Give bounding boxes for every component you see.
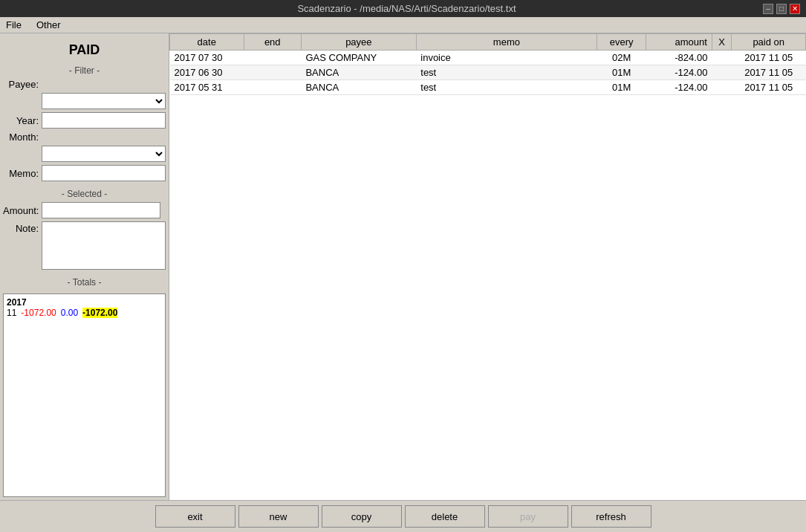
delete-button[interactable]: delete: [405, 505, 485, 528]
totals-balance: -1072.00: [82, 308, 117, 318]
selected-label: - Selected -: [3, 189, 166, 199]
title-bar: Scadenzario - /media/NAS/Arti/Scadenzari…: [0, 0, 806, 17]
filter-label: - Filter -: [3, 65, 166, 76]
refresh-button[interactable]: refresh: [571, 505, 651, 528]
exit-button[interactable]: exit: [155, 505, 235, 528]
cell-end: [244, 80, 301, 95]
col-header-every[interactable]: every: [597, 34, 646, 51]
cell-payee: BANCA: [301, 65, 416, 80]
cell-amount: -124.00: [646, 80, 712, 95]
memo-row: Memo:: [3, 165, 166, 181]
col-header-date[interactable]: date: [170, 34, 244, 51]
table-row[interactable]: 2017 07 30 GAS COMPANY invoice 02M -824.…: [170, 51, 806, 65]
month-input-row: [3, 146, 166, 162]
data-table: date end payee memo every amount X paid …: [169, 33, 806, 95]
cell-x: [712, 51, 732, 65]
payee-row: Payee:: [3, 79, 166, 90]
col-header-x[interactable]: X: [712, 34, 732, 51]
table-container[interactable]: date end payee memo every amount X paid …: [169, 33, 806, 500]
table-row[interactable]: 2017 06 30 BANCA test 01M -124.00 2017 1…: [170, 65, 806, 80]
bottom-bar: exit new copy delete pay refresh: [0, 500, 806, 532]
totals-year: 2017: [7, 297, 162, 308]
payee-label: Payee:: [3, 79, 39, 90]
cell-memo: test: [416, 65, 597, 80]
col-header-amount[interactable]: amount: [646, 34, 712, 51]
totals-section: 2017 11 -1072.00 0.00 -1072.00: [3, 293, 166, 497]
cell-end: [244, 65, 301, 80]
main-content: PAID - Filter - Payee: Year: Month: Memo…: [0, 33, 806, 500]
cell-every: 02M: [597, 51, 646, 65]
cell-x: [712, 65, 732, 80]
cell-memo: test: [416, 80, 597, 95]
amount-input[interactable]: 1500.00: [42, 202, 160, 218]
cell-amount: -824.00: [646, 51, 712, 65]
year-row: Year:: [3, 112, 166, 129]
close-button[interactable]: ✕: [790, 4, 800, 14]
cell-payee: BANCA: [301, 80, 416, 95]
totals-credit: 0.00: [61, 308, 78, 318]
memo-label: Memo:: [3, 168, 39, 179]
menu-file[interactable]: File: [3, 19, 25, 31]
year-label: Year:: [3, 115, 39, 126]
totals-month: 11: [7, 308, 16, 318]
window-title: Scadenzario - /media/NAS/Arti/Scadenzari…: [51, 3, 763, 14]
memo-input[interactable]: [42, 165, 166, 181]
cell-paid: 2017 11 05: [732, 51, 806, 65]
cell-memo: invoice: [416, 51, 597, 65]
col-header-end[interactable]: end: [244, 34, 301, 51]
cell-end: [244, 51, 301, 65]
pay-button[interactable]: pay: [488, 505, 568, 528]
cell-date: 2017 07 30: [170, 51, 244, 65]
col-header-paid[interactable]: paid on: [732, 34, 806, 51]
cell-x: [712, 80, 732, 95]
cell-amount: -124.00: [646, 65, 712, 80]
note-label: Note:: [3, 223, 39, 234]
note-input[interactable]: [42, 221, 166, 270]
table-row[interactable]: 2017 05 31 BANCA test 01M -124.00 2017 1…: [170, 80, 806, 95]
totals-box: 2017 11 -1072.00 0.00 -1072.00: [3, 293, 166, 497]
year-input[interactable]: [42, 112, 166, 129]
totals-debit: -1072.00: [21, 308, 56, 318]
minimize-button[interactable]: –: [763, 4, 773, 14]
month-label: Month:: [3, 132, 39, 143]
payee-select[interactable]: [42, 93, 166, 109]
col-header-memo[interactable]: memo: [416, 34, 597, 51]
menu-bar: File Other: [0, 17, 806, 33]
menu-other[interactable]: Other: [33, 19, 64, 31]
month-row: Month:: [3, 132, 166, 143]
copy-button[interactable]: copy: [322, 505, 402, 528]
amount-label: Amount:: [3, 205, 39, 216]
new-button[interactable]: new: [238, 505, 319, 528]
cell-paid: 2017 11 05: [732, 65, 806, 80]
note-row: Note:: [3, 221, 166, 270]
totals-row: 11 -1072.00 0.00 -1072.00: [7, 308, 162, 318]
cell-date: 2017 06 30: [170, 65, 244, 80]
cell-every: 01M: [597, 80, 646, 95]
amount-row: Amount: 1500.00: [3, 202, 166, 218]
payee-input-row: [3, 93, 166, 109]
panel-title: PAID: [3, 36, 166, 61]
cell-date: 2017 05 31: [170, 80, 244, 95]
right-panel: date end payee memo every amount X paid …: [169, 33, 806, 500]
maximize-button[interactable]: □: [776, 4, 787, 14]
col-header-payee[interactable]: payee: [301, 34, 416, 51]
cell-payee: GAS COMPANY: [301, 51, 416, 65]
totals-label: - Totals -: [3, 277, 166, 288]
month-select[interactable]: [42, 146, 166, 162]
cell-every: 01M: [597, 65, 646, 80]
cell-paid: 2017 11 05: [732, 80, 806, 95]
left-panel: PAID - Filter - Payee: Year: Month: Memo…: [0, 33, 169, 500]
